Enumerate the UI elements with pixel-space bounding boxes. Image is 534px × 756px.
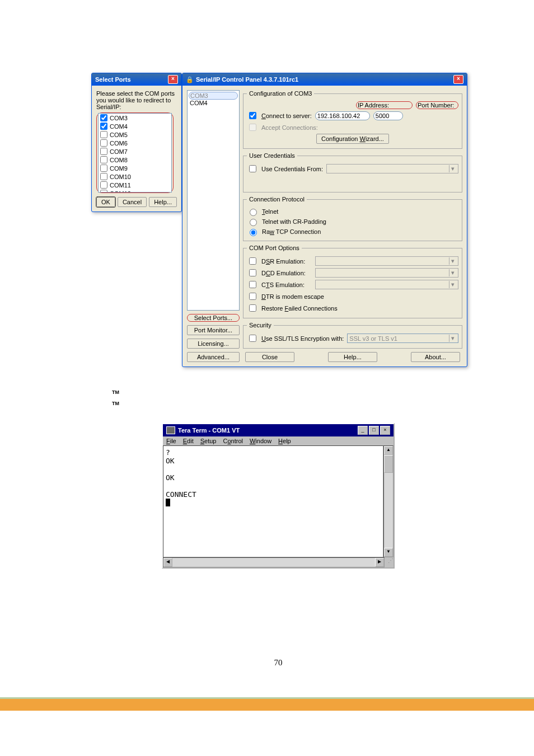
dtr-label: DTR is modem escape bbox=[261, 293, 324, 300]
vertical-scrollbar[interactable]: ▲ ▼ bbox=[383, 445, 394, 557]
list-item[interactable]: COM4 bbox=[189, 100, 238, 106]
port-label: COM5 bbox=[110, 132, 128, 138]
config-legend: Configuration of COM3 bbox=[247, 90, 315, 97]
menu-setup[interactable]: Setup bbox=[200, 438, 217, 444]
control-panel-dialog: 🔒 Serial/IP Control Panel 4.3.7.101rc1 ×… bbox=[182, 73, 467, 367]
port-checkbox[interactable] bbox=[100, 173, 107, 180]
com-port-list[interactable]: COM3 COM4 bbox=[187, 90, 240, 311]
cts-checkbox[interactable] bbox=[249, 281, 256, 288]
ssl-value: SSL v3 or TLS v1 bbox=[349, 335, 449, 342]
select-ports-titlebar: Select Ports × bbox=[92, 73, 181, 86]
port-label: COM12 bbox=[110, 190, 131, 193]
dcd-label: DCD Emulation: bbox=[261, 270, 312, 276]
ip-label: IP Address: bbox=[356, 101, 413, 109]
instruction-text: Please select the COM ports you would li… bbox=[96, 90, 177, 110]
scroll-right-icon[interactable]: ▶ bbox=[375, 558, 384, 567]
raw-tcp-label: Raw TCP Connection bbox=[262, 228, 321, 235]
close-icon[interactable]: × bbox=[380, 426, 390, 435]
port-checkbox[interactable] bbox=[100, 181, 107, 189]
com-port-options-group: COM Port Options DSR Emulation:▾ DCD Emu… bbox=[243, 245, 462, 318]
menu-help[interactable]: Help bbox=[278, 438, 291, 444]
ssl-label: Use SSL/TLS Encryption with: bbox=[261, 335, 344, 342]
select-ports-dialog: Select Ports × Please select the COM por… bbox=[91, 73, 182, 212]
ok-button[interactable]: OK bbox=[96, 197, 115, 207]
terminal-line: OK bbox=[166, 457, 175, 465]
cancel-button[interactable]: Cancel bbox=[118, 197, 147, 207]
port-checkbox[interactable] bbox=[100, 139, 107, 147]
list-item[interactable]: COM3 bbox=[189, 92, 238, 100]
telnet-radio[interactable] bbox=[250, 209, 257, 216]
advanced-button[interactable]: Advanced... bbox=[187, 352, 240, 362]
menu-edit[interactable]: Edit bbox=[183, 438, 194, 444]
port-checkbox[interactable] bbox=[100, 148, 107, 155]
port-checkbox[interactable] bbox=[100, 190, 107, 192]
port-label: COM3 bbox=[110, 115, 128, 121]
dtr-checkbox[interactable] bbox=[249, 293, 256, 300]
about-button[interactable]: About... bbox=[411, 352, 460, 362]
chevron-down-icon: ▾ bbox=[449, 257, 456, 265]
telnet-cr-radio[interactable] bbox=[250, 219, 257, 226]
dsr-checkbox[interactable] bbox=[249, 257, 256, 265]
cts-dropdown[interactable]: ▾ bbox=[315, 280, 458, 289]
connection-protocol-group: Connection Protocol Telnet Telnet with C… bbox=[243, 196, 462, 241]
close-icon[interactable]: × bbox=[168, 75, 178, 84]
close-button[interactable]: Close bbox=[245, 352, 294, 362]
help-button[interactable]: Help... bbox=[149, 197, 177, 207]
restore-checkbox[interactable] bbox=[249, 304, 256, 312]
ports-listbox[interactable]: COM3 COM4 COM5 COM6 COM7 COM8 COM9 COM10… bbox=[98, 113, 172, 192]
licensing-button[interactable]: Licensing... bbox=[187, 339, 240, 349]
control-panel-titlebar: 🔒 Serial/IP Control Panel 4.3.7.101rc1 × bbox=[182, 73, 467, 86]
accept-connections-checkbox[interactable] bbox=[249, 124, 256, 131]
port-number-input[interactable]: 5000 bbox=[373, 111, 403, 120]
ssl-dropdown[interactable]: SSL v3 or TLS v1▾ bbox=[347, 334, 458, 343]
terminal-output[interactable]: ? OK OK CONNECT bbox=[163, 445, 383, 557]
dsr-label: DSR Emulation: bbox=[261, 258, 312, 265]
port-label: Port Number: bbox=[416, 101, 458, 109]
help-button[interactable]: Help... bbox=[328, 352, 377, 362]
config-wizard-button[interactable]: Configuration Wizard... bbox=[316, 134, 389, 144]
use-credentials-checkbox[interactable] bbox=[249, 165, 256, 172]
use-credentials-label: Use Credentials From: bbox=[261, 166, 323, 172]
terminal-line: ? bbox=[166, 448, 170, 457]
resize-grip-icon[interactable]: ⋰ bbox=[385, 557, 394, 566]
horizontal-scrollbar[interactable]: ◀ ▶ bbox=[163, 557, 385, 567]
port-checkbox[interactable] bbox=[100, 131, 107, 138]
dcd-dropdown[interactable]: ▾ bbox=[315, 268, 458, 278]
raw-tcp-radio[interactable] bbox=[250, 229, 257, 236]
port-label: COM7 bbox=[110, 148, 128, 155]
terminal-line: CONNECT bbox=[166, 490, 196, 499]
dcd-checkbox[interactable] bbox=[249, 269, 256, 276]
menu-window[interactable]: Window bbox=[250, 438, 271, 444]
configuration-group: Configuration of COM3 IP Address: Port N… bbox=[243, 90, 462, 149]
control-panel-title: Serial/IP Control Panel 4.3.7.101rc1 bbox=[196, 76, 453, 83]
restore-label: Restore Failed Connections bbox=[261, 305, 338, 312]
conn-proto-legend: Connection Protocol bbox=[247, 196, 307, 203]
port-monitor-button[interactable]: Port Monitor... bbox=[187, 325, 240, 335]
chevron-down-icon: ▾ bbox=[449, 165, 456, 172]
security-legend: Security bbox=[247, 322, 274, 328]
close-icon[interactable]: × bbox=[453, 75, 463, 84]
menu-control[interactable]: Control bbox=[223, 438, 242, 444]
page-number: 70 bbox=[78, 658, 478, 668]
scroll-left-icon[interactable]: ◀ bbox=[163, 558, 172, 567]
connect-to-server-checkbox[interactable] bbox=[249, 112, 256, 119]
com-opts-legend: COM Port Options bbox=[247, 245, 302, 251]
dsr-dropdown[interactable]: ▾ bbox=[315, 256, 458, 266]
maximize-icon[interactable]: □ bbox=[369, 426, 379, 435]
ssl-checkbox[interactable] bbox=[249, 335, 256, 342]
credentials-dropdown[interactable]: ▾ bbox=[326, 164, 458, 173]
port-checkbox[interactable] bbox=[100, 156, 107, 163]
scroll-up-icon[interactable]: ▲ bbox=[384, 446, 393, 455]
telnet-cr-label: Telnet with CR-Padding bbox=[262, 218, 326, 225]
menu-file[interactable]: File bbox=[166, 438, 176, 444]
scroll-thumb[interactable] bbox=[384, 455, 393, 473]
select-ports-button[interactable]: Select Ports... bbox=[187, 314, 240, 322]
port-checkbox[interactable] bbox=[100, 123, 107, 130]
port-checkbox[interactable] bbox=[100, 114, 107, 121]
port-checkbox[interactable] bbox=[100, 165, 107, 172]
scroll-down-icon[interactable]: ▼ bbox=[384, 548, 393, 557]
security-group: Security Use SSL/TLS Encryption with: SS… bbox=[243, 322, 462, 349]
tera-term-menubar: File Edit Setup Control Window Help bbox=[163, 436, 394, 445]
ip-address-input[interactable]: 192.168.100.42 bbox=[315, 111, 370, 120]
minimize-icon[interactable]: _ bbox=[358, 426, 368, 435]
